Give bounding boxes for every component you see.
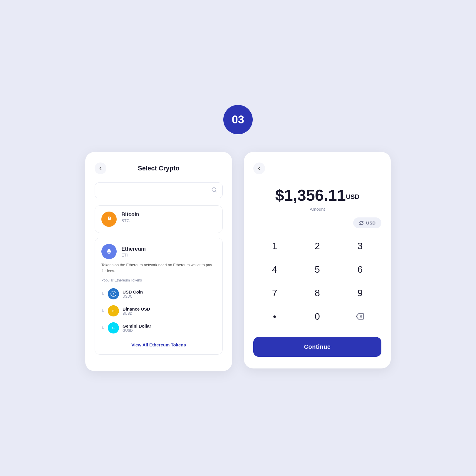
numpad: 1 2 3 4 5 6 7 8 9 • 0: [253, 234, 381, 328]
search-icon: [211, 187, 217, 194]
gusd-symbol: GUSD: [123, 328, 151, 333]
step-number: 03: [232, 113, 244, 126]
ethereum-info: Ethereum ETH: [121, 246, 216, 257]
bitcoin-card[interactable]: Bitcoin BTC: [95, 205, 223, 233]
key-0[interactable]: 0: [296, 305, 338, 328]
search-input[interactable]: [100, 188, 211, 193]
left-back-button[interactable]: [95, 162, 106, 174]
usdc-symbol: USDC: [123, 294, 143, 299]
currency-toggle: USD: [253, 217, 381, 228]
popular-tokens-label: Popular Ethereum Tokens: [101, 278, 216, 282]
svg-text:$: $: [113, 293, 114, 296]
busd-logo: B: [108, 305, 119, 316]
select-crypto-panel: Select Crypto Bitcoin BTC: [85, 152, 232, 371]
gusd-info: Gemini Dollar GUSD: [123, 324, 151, 333]
bitcoin-symbol: BTC: [121, 218, 216, 223]
busd-symbol: BUSD: [123, 311, 150, 316]
ethereum-logo: [101, 244, 117, 259]
left-panel-title: Select Crypto: [106, 165, 211, 172]
ethereum-name: Ethereum: [121, 246, 216, 252]
key-7[interactable]: 7: [253, 281, 296, 305]
svg-marker-2: [107, 248, 111, 253]
amount-section: $1,356.11USD Amount: [253, 186, 381, 212]
ethereum-description: Tokens on the Ethereum network need an E…: [101, 262, 216, 274]
usdc-token-row[interactable]: ↳ $ USD Coin USDC: [101, 285, 216, 302]
busd-info: Binance USD BUSD: [123, 306, 150, 316]
amount-label: Amount: [253, 207, 381, 212]
bitcoin-logo: [101, 212, 117, 227]
key-delete[interactable]: [339, 305, 381, 328]
key-2[interactable]: 2: [296, 234, 338, 258]
bitcoin-name: Bitcoin: [121, 212, 216, 218]
ethereum-symbol: ETH: [121, 253, 216, 257]
svg-text:B: B: [112, 309, 114, 313]
left-panel-header: Select Crypto: [95, 162, 223, 174]
svg-line-1: [215, 191, 217, 192]
gusd-logo: G: [108, 322, 119, 333]
usdc-logo: $: [108, 288, 119, 299]
ethereum-card[interactable]: Ethereum ETH Tokens on the Ethereum netw…: [95, 238, 223, 355]
continue-button[interactable]: Continue: [253, 337, 381, 357]
key-1[interactable]: 1: [253, 234, 296, 258]
gusd-token-row[interactable]: ↳ G Gemini Dollar GUSD: [101, 319, 216, 336]
view-all-ethereum-tokens-link[interactable]: View All Ethereum Tokens: [101, 342, 216, 347]
key-dot[interactable]: •: [253, 305, 296, 328]
busd-arrow-icon: ↳: [101, 309, 105, 313]
svg-text:G: G: [112, 326, 115, 330]
search-box[interactable]: [95, 182, 223, 198]
key-4[interactable]: 4: [253, 258, 296, 281]
busd-name: Binance USD: [123, 306, 150, 311]
gusd-arrow-icon: ↳: [101, 326, 105, 330]
usdc-name: USD Coin: [123, 289, 143, 294]
amount-value: $1,356.11: [275, 186, 346, 204]
currency-toggle-button[interactable]: USD: [353, 217, 381, 228]
usdc-info: USD Coin USDC: [123, 289, 143, 299]
usdc-arrow-icon: ↳: [101, 291, 105, 296]
currency-btn-label: USD: [366, 220, 376, 225]
key-3[interactable]: 3: [339, 234, 381, 258]
panels-row: Select Crypto Bitcoin BTC: [85, 152, 391, 371]
key-5[interactable]: 5: [296, 258, 338, 281]
key-6[interactable]: 6: [339, 258, 381, 281]
gusd-name: Gemini Dollar: [123, 324, 151, 328]
amount-currency: USD: [346, 193, 359, 200]
right-panel-header: [253, 162, 381, 174]
amount-display: $1,356.11USD: [253, 186, 381, 204]
step-badge: 03: [223, 105, 253, 134]
key-9[interactable]: 9: [339, 281, 381, 305]
right-back-button[interactable]: [253, 162, 265, 174]
amount-panel: $1,356.11USD Amount USD 1 2 3 4 5 6 7 8 …: [244, 152, 391, 368]
bitcoin-info: Bitcoin BTC: [121, 212, 216, 223]
busd-token-row[interactable]: ↳ B Binance USD BUSD: [101, 302, 216, 319]
key-8[interactable]: 8: [296, 281, 338, 305]
